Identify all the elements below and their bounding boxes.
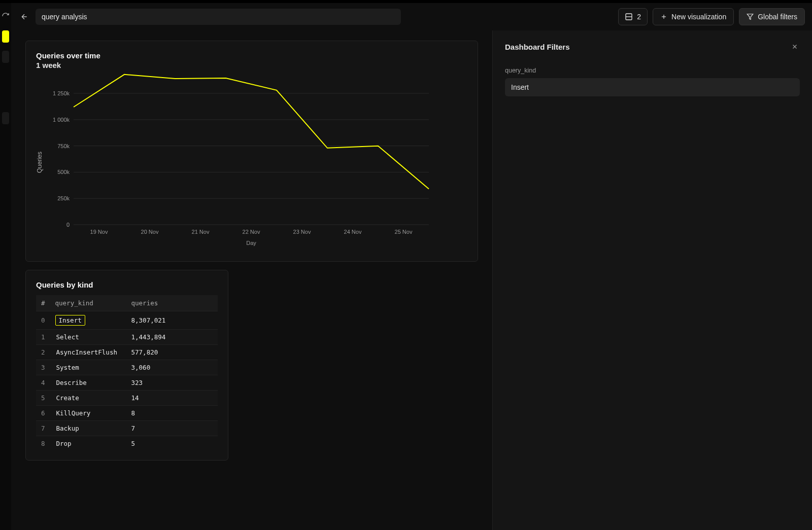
queries-cell: 1,443,894 bbox=[126, 330, 218, 345]
table-title: Queries by kind bbox=[36, 279, 218, 290]
chart-subtitle: 1 week bbox=[36, 61, 467, 69]
queries-cell: 14 bbox=[126, 391, 218, 406]
table-header: query_kind bbox=[50, 295, 126, 311]
query-kind-cell[interactable]: System bbox=[55, 364, 80, 371]
row-index: 1 bbox=[36, 330, 50, 345]
filter-label: query_kind bbox=[505, 67, 800, 74]
svg-text:Day: Day bbox=[246, 240, 256, 246]
queries-cell: 323 bbox=[126, 375, 218, 391]
filters-title: Dashboard Filters bbox=[505, 43, 570, 51]
chart-panel: Queries over time 1 week Queries 0250k50… bbox=[25, 41, 478, 262]
close-icon[interactable] bbox=[790, 42, 800, 52]
row-index: 5 bbox=[36, 391, 50, 406]
svg-text:25 Nov: 25 Nov bbox=[395, 229, 413, 235]
query-kind-cell[interactable]: Select bbox=[55, 333, 80, 341]
table-row[interactable]: 6KillQuery8 bbox=[36, 406, 218, 421]
table-row[interactable]: 7Backup7 bbox=[36, 421, 218, 436]
query-kind-cell[interactable]: Backup bbox=[55, 425, 80, 432]
query-kind-cell[interactable]: Create bbox=[55, 394, 80, 402]
global-filters-label: Global filters bbox=[758, 13, 797, 21]
title-input[interactable] bbox=[36, 9, 401, 25]
query-kind-cell[interactable]: Insert bbox=[55, 315, 85, 326]
dashboard-filters-panel: Dashboard Filters query_kindInsert bbox=[492, 30, 812, 530]
table-row[interactable]: 2AsyncInsertFlush577,820 bbox=[36, 345, 218, 360]
filter-value-input[interactable]: Insert bbox=[505, 78, 800, 96]
table-panel: Queries by kind #query_kindqueries 0Inse… bbox=[25, 270, 228, 461]
row-index: 6 bbox=[36, 406, 50, 421]
table-header: # bbox=[36, 295, 50, 311]
queries-cell: 3,060 bbox=[126, 360, 218, 375]
query-kind-cell[interactable]: AsyncInsertFlush bbox=[55, 348, 118, 356]
left-rail bbox=[0, 3, 11, 530]
row-index: 7 bbox=[36, 421, 50, 436]
row-index: 8 bbox=[36, 436, 50, 451]
global-filters-button[interactable]: Global filters bbox=[739, 8, 805, 25]
table-header: queries bbox=[126, 295, 218, 311]
rail-tab[interactable] bbox=[2, 112, 9, 124]
y-axis-label: Queries bbox=[36, 152, 43, 173]
panel-count-button[interactable]: 2 bbox=[618, 8, 648, 25]
table-row[interactable]: 5Create14 bbox=[36, 391, 218, 406]
svg-text:750k: 750k bbox=[57, 143, 70, 149]
chart-title: Queries over time bbox=[36, 50, 467, 61]
svg-text:23 Nov: 23 Nov bbox=[293, 229, 311, 235]
table-row[interactable]: 3System3,060 bbox=[36, 360, 218, 375]
svg-text:20 Nov: 20 Nov bbox=[141, 229, 159, 235]
query-kind-cell[interactable]: KillQuery bbox=[55, 409, 92, 417]
query-kind-cell[interactable]: Drop bbox=[55, 440, 73, 447]
table-row[interactable]: 8Drop5 bbox=[36, 436, 218, 451]
svg-text:250k: 250k bbox=[57, 195, 70, 201]
svg-text:500k: 500k bbox=[57, 169, 70, 175]
table-row[interactable]: 1Select1,443,894 bbox=[36, 330, 218, 345]
row-index: 0 bbox=[36, 311, 50, 330]
svg-text:24 Nov: 24 Nov bbox=[344, 229, 362, 235]
header: 2 New visualization Global filters bbox=[11, 3, 812, 30]
row-index: 2 bbox=[36, 345, 50, 360]
svg-text:0: 0 bbox=[66, 222, 70, 228]
svg-text:21 Nov: 21 Nov bbox=[192, 229, 210, 235]
panel-count: 2 bbox=[637, 13, 641, 21]
new-viz-label: New visualization bbox=[671, 13, 726, 21]
svg-text:1 000k: 1 000k bbox=[53, 117, 70, 123]
queries-table: #query_kindqueries 0Insert8,307,0211Sele… bbox=[36, 295, 218, 451]
back-button[interactable] bbox=[18, 11, 30, 23]
queries-cell: 8,307,021 bbox=[126, 311, 218, 330]
rail-tab-active[interactable] bbox=[2, 30, 9, 43]
svg-text:1 250k: 1 250k bbox=[53, 90, 70, 96]
svg-text:22 Nov: 22 Nov bbox=[243, 229, 260, 235]
queries-cell: 577,820 bbox=[126, 345, 218, 360]
row-index: 3 bbox=[36, 360, 50, 375]
line-chart: 0250k500k750k1 000k1 250k19 Nov20 Nov21 … bbox=[43, 73, 439, 250]
svg-text:19 Nov: 19 Nov bbox=[90, 229, 108, 235]
row-index: 4 bbox=[36, 375, 50, 391]
table-row[interactable]: 4Describe323 bbox=[36, 375, 218, 391]
queries-cell: 5 bbox=[126, 436, 218, 451]
rail-tab[interactable] bbox=[2, 51, 9, 63]
svg-marker-4 bbox=[747, 14, 753, 20]
queries-cell: 7 bbox=[126, 421, 218, 436]
table-row[interactable]: 0Insert8,307,021 bbox=[36, 311, 218, 330]
query-kind-cell[interactable]: Describe bbox=[55, 379, 88, 386]
new-visualization-button[interactable]: New visualization bbox=[653, 8, 734, 25]
refresh-icon[interactable] bbox=[2, 12, 10, 22]
queries-cell: 8 bbox=[126, 406, 218, 421]
